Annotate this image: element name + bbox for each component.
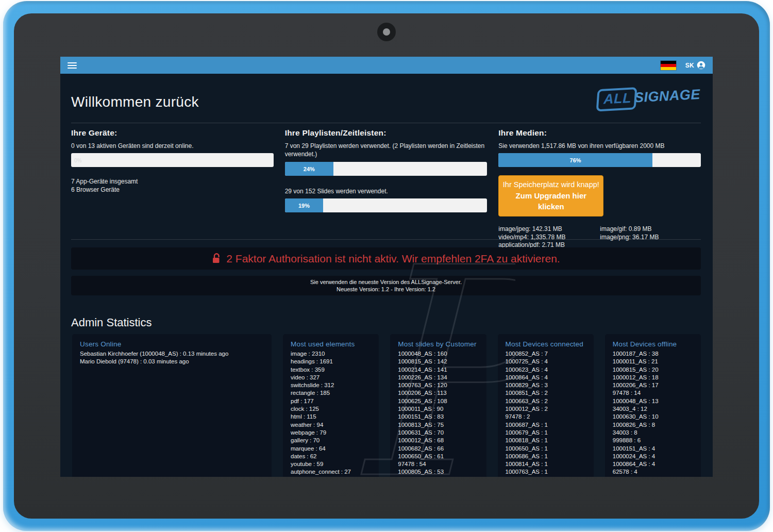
stat-row: 34003 : 8 (613, 429, 701, 437)
stat-row: 1000818_AS : 1 (506, 437, 594, 444)
slides-progressbar: 19% (285, 198, 488, 212)
stat-row: marquee : 64 (291, 445, 379, 453)
panel-users-online-title: Users Online (80, 340, 272, 348)
stat-row: 1000024_AS : 4 (613, 453, 701, 460)
stat-row: 1000686_AS : 1 (506, 453, 594, 460)
media-column: Ihre Medien: Sie verwenden 1,517.86 MB v… (498, 129, 701, 250)
user-online-row: Sebastian Kirchhoefer (1000048_AS) : 0.1… (80, 350, 272, 358)
devices-heading: Ihre Geräte: (71, 129, 274, 137)
stat-row: 1000864_AS : 4 (613, 460, 701, 468)
stat-row: 97478 : 2 (506, 413, 594, 421)
panel-most-devices-connected: Most Devices connected 1000852_AS : 7100… (498, 334, 594, 477)
media-stat: image/jpeg: 142.31 MB (498, 225, 600, 234)
stat-row: weather : 94 (291, 421, 379, 429)
upgrade-line2: Zum Upgraden hier klicken (502, 190, 600, 212)
stat-row: image : 2310 (291, 350, 379, 358)
media-progressbar: 76% (498, 153, 701, 167)
users-online-list: Sebastian Kirchhoefer (1000048_AS) : 0.1… (80, 350, 272, 366)
playlists-progress-label: 24% (304, 165, 315, 173)
media-stat: video/mp4: 1,335.78 MB (498, 234, 600, 242)
most-used-elements-list: image : 2310headings : 1691textbox : 359… (291, 350, 379, 476)
stat-row: 999888 : 6 (613, 437, 701, 444)
stat-row: 1000663_AS : 2 (506, 397, 594, 405)
stat-row: autphone_connect : 27 (291, 468, 379, 476)
panel-most-used-elements-title: Most used elements (291, 340, 379, 348)
media-stats-left: image/jpeg: 142.31 MBvideo/mp4: 1,335.78… (498, 225, 600, 250)
app-screen: SK Willkommen zurück ALLSIGNAGE (60, 57, 713, 477)
stat-row: switchslide : 312 (291, 381, 379, 389)
stat-row: 1000852_AS : 7 (506, 350, 594, 358)
media-progress-fill: 76% (498, 153, 652, 167)
stat-row: 1000650_AS : 1 (506, 445, 594, 453)
browser-devices-total: 6 Browser Geräte (71, 186, 274, 194)
media-stat: image/png: 36.17 MB (600, 234, 659, 242)
user-icon (697, 61, 705, 70)
panel-most-slides-by-customer: Most slides by Customer 1000048_AS : 160… (390, 334, 486, 477)
panel-most-used-elements: Most used elements image : 2310headings … (283, 334, 379, 477)
version-line1: Sie verwenden die neueste Version des AL… (310, 279, 462, 285)
stat-row: 1000851_AS : 2 (506, 389, 594, 397)
app-devices-total: 7 App-Geräte insgesamt (71, 178, 274, 186)
stat-row: 1000864_AS : 4 (506, 374, 594, 381)
stat-row: 1000829_AS : 3 (506, 381, 594, 389)
panel-users-online: Users Online Sebastian Kirchhoefer (1000… (72, 334, 272, 477)
german-flag-icon[interactable] (661, 61, 676, 70)
stat-row: 1000012_AS : 2 (506, 405, 594, 413)
title-divider (71, 123, 701, 123)
stat-row: 1000630_AS : 10 (613, 413, 701, 421)
devices-progress-label: 0% (74, 157, 81, 165)
stat-row: pdf : 177 (291, 397, 379, 405)
stat-row: 1000813_AS : 75 (398, 421, 486, 429)
twofa-warning-banner[interactable]: 2 Faktor Authorisation ist nicht aktiv. … (71, 247, 701, 270)
stat-row: 1000206_AS : 17 (613, 381, 701, 389)
stat-row: 97478 : 54 (398, 460, 486, 468)
stat-row: 34003_4 : 12 (613, 405, 701, 413)
stat-row: 1000012_AS : 18 (613, 374, 701, 381)
slides-used-text: 29 von 152 Slides werden verwendet. (285, 187, 488, 195)
camera-lens (383, 28, 390, 36)
stage: SK Willkommen zurück ALLSIGNAGE (0, 0, 773, 532)
user-menu[interactable]: SK (685, 61, 705, 70)
stat-row: 62578 : 4 (613, 468, 701, 476)
devices-connected-list: 1000852_AS : 71000725_AS : 41000623_AS :… (506, 350, 594, 476)
stat-row: 1000011_AS : 21 (613, 358, 701, 365)
user-online-row: Mario Diebold (97478) : 0.03 minutes ago (80, 358, 272, 365)
stat-row: 1000826_AS : 8 (613, 421, 701, 429)
stat-row: 1000814_AS : 1 (506, 460, 594, 468)
menu-icon[interactable] (68, 62, 77, 69)
admin-statistics-heading: Admin Statistics (71, 316, 152, 329)
stat-row: textbox : 359 (291, 366, 379, 374)
stat-row: 1000725_AS : 4 (506, 358, 594, 365)
stat-row: rectangle : 185 (291, 389, 379, 397)
stat-row: 1000011_AS : 90 (398, 405, 486, 413)
media-stats-right: image/gif: 0.89 MBimage/png: 36.17 MB (600, 225, 659, 250)
media-stat: image/gif: 0.89 MB (600, 225, 659, 234)
stat-row: 1000625_AS : 108 (398, 397, 486, 405)
panel-most-slides-title: Most slides by Customer (398, 340, 486, 348)
playlists-progressbar: 24% (285, 162, 488, 176)
stat-row: headings : 1691 (291, 358, 379, 365)
stat-row: 1000206_AS : 113 (398, 389, 486, 397)
logo-screen-shape: ALL (596, 87, 637, 111)
stat-row: 1000682_AS : 66 (398, 445, 486, 453)
stat-row: 1000679_AS : 1 (506, 429, 594, 437)
upgrade-button[interactable]: Ihr Speicherplatz wird knapp! Zum Upgrad… (498, 175, 603, 217)
stat-row: 1000187_AS : 38 (613, 350, 701, 358)
media-type-stats: image/jpeg: 142.31 MBvideo/mp4: 1,335.78… (498, 225, 701, 250)
version-line2: Neueste Version: 1.2 - Ihre Version: 1.2 (337, 286, 435, 292)
playlists-column: Ihre Playlisten/Zeitleisten: 7 von 29 Pl… (285, 129, 488, 250)
page-title: Willkommen zurück (71, 94, 199, 110)
twofa-warning-text: 2 Faktor Authorisation ist nicht aktiv. … (226, 253, 560, 265)
allsignage-logo[interactable]: ALLSIGNAGE (596, 84, 701, 111)
stat-row: 1000815_AS : 20 (613, 366, 701, 374)
devices-progressbar: 0% (71, 153, 274, 167)
stat-row: 1000650_AS : 61 (398, 453, 486, 460)
devices-column: Ihre Geräte: 0 von 13 aktiven Geräten si… (71, 129, 274, 250)
stat-row: 1000763_AS : 120 (398, 381, 486, 389)
slides-progress-label: 19% (298, 202, 310, 210)
stat-row: 1000631_AS : 70 (398, 429, 486, 437)
stat-row: dates : 62 (291, 453, 379, 460)
panel-devices-offline-title: Most Devices offline (613, 340, 701, 348)
most-slides-list: 1000048_AS : 1601000815_AS : 1421000214_… (398, 350, 486, 476)
playlists-used-text: 7 von 29 Playlisten werden verwendet. (2… (285, 142, 488, 158)
